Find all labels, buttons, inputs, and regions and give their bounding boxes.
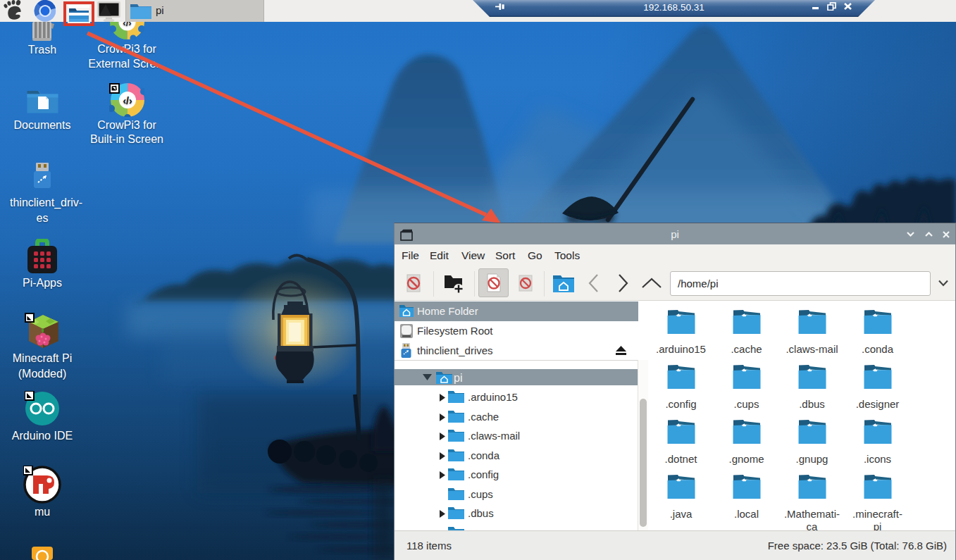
svg-text:‹/›: ‹/› bbox=[123, 95, 132, 106]
